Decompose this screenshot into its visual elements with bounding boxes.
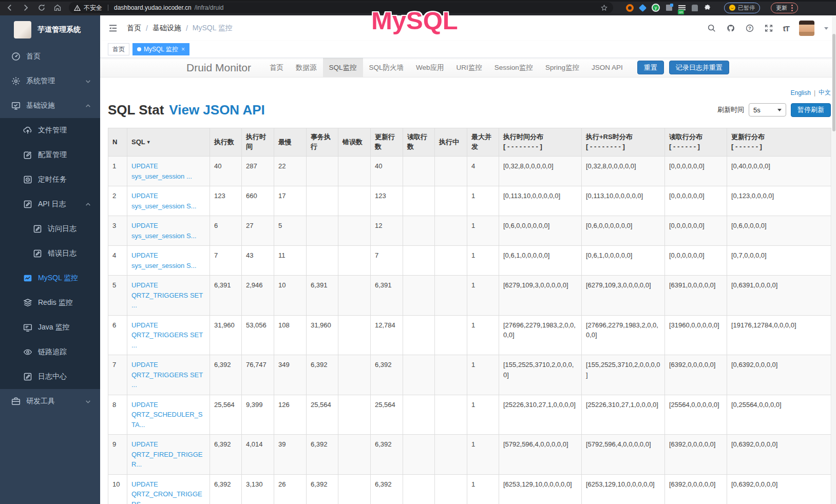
sidebar-logo-row[interactable]: 芋道管理系统 [0,15,100,44]
bookmark-star-icon[interactable] [600,4,608,12]
row-index: 10 [108,474,127,504]
column-header[interactable]: 执行时间分布[ - - - - - - - - ] [499,128,582,157]
help-icon[interactable]: ? [745,24,754,33]
sidebar-item-log-center[interactable]: 日志中心 [0,364,100,389]
column-header[interactable]: 执行+RS时分布[ - - - - - - - - ] [582,128,665,157]
log-and-reset-button[interactable]: 记录日志并重置 [669,61,729,74]
sidebar-collapse-icon[interactable] [108,23,118,33]
user-avatar[interactable] [799,21,814,36]
column-header[interactable]: 最大并发 [467,128,499,157]
column-header[interactable]: 执行中 [435,128,467,157]
druid-tab-首页[interactable]: 首页 [263,58,290,77]
back-icon[interactable] [5,3,14,12]
sql-link[interactable]: UPDATE sys_user_session S... [131,251,196,269]
column-header[interactable]: 错误数 [338,128,371,157]
stat-cell [435,435,467,475]
druid-tab-Web应用[interactable]: Web应用 [410,58,450,77]
stat-cell: 1 [467,395,499,435]
breadcrumb-infra[interactable]: 基础设施 [153,24,181,33]
pause-refresh-button[interactable]: 暂停刷新 [791,103,831,117]
column-header[interactable]: 最慢 [274,128,307,157]
lang-english-link[interactable]: English [791,89,811,96]
column-header[interactable]: 读取行数 [403,128,435,157]
sql-link[interactable]: UPDATE sys_user_session S... [131,222,196,240]
update-chip[interactable]: 更新 [771,3,798,13]
sql-link[interactable]: UPDATE QRTZ_TRIGGERS SET ... [131,361,203,389]
sidebar-item-access-log[interactable]: 访问日志 [0,217,100,241]
close-icon[interactable]: × [181,46,185,53]
druid-tab-URI监控[interactable]: URI监控 [450,58,488,77]
url-path[interactable]: /infra/druid [195,4,224,11]
sidebar-item-error-log[interactable]: 错误日志 [0,241,100,266]
druid-tab-JSON API[interactable]: JSON API [585,58,629,77]
sql-link[interactable]: UPDATE QRTZ_CRON_TRIGGERS... [131,480,202,504]
sidebar-item-job[interactable]: 定时任务 [0,167,100,192]
forward-icon[interactable] [21,3,30,12]
column-header[interactable]: SQL▼ [127,128,210,157]
sidebar-item-home[interactable]: 首页 [0,44,100,69]
fullscreen-icon[interactable] [764,24,773,33]
column-header[interactable]: 事务执行 [307,128,338,157]
gem-extension-icon[interactable] [639,4,647,12]
view-json-api-link[interactable]: View JSON API [169,102,264,118]
sidebar-item-api-log[interactable]: API 日志 [0,192,100,217]
search-icon[interactable] [707,24,716,33]
sql-link[interactable]: UPDATE QRTZ_TRIGGERS SET ... [131,281,203,309]
druid-tab-数据源[interactable]: 数据源 [290,58,323,77]
kebab-menu-icon[interactable] [791,5,793,11]
profile-paused-chip[interactable]: 已暂停 [724,3,760,13]
page-scrollbar[interactable] [832,15,836,504]
druid-tab-Spring监控[interactable]: Spring监控 [539,58,585,77]
stat-cell: 6,392 [210,355,242,395]
sidebar-item-system[interactable]: 系统管理 [0,69,100,93]
github-icon[interactable] [726,24,735,33]
lang-chinese-link[interactable]: 中文 [819,88,831,97]
column-header[interactable]: N [108,128,127,157]
breadcrumb-home[interactable]: 首页 [127,24,141,33]
druid-tab-SQL监控[interactable]: SQL监控 [323,58,363,77]
sidebar-item-infra[interactable]: 基础设施 [0,93,100,118]
druid-brand[interactable]: Druid Monitor [186,62,251,74]
squares-extension-icon[interactable] [666,5,672,11]
sidebar-item-redis[interactable]: Redis 监控 [0,290,100,315]
sidebar-item-trace[interactable]: 链路追踪 [0,340,100,364]
reset-button[interactable]: 重置 [637,61,664,74]
sidebar-item-config[interactable]: 配置管理 [0,143,100,167]
chevron-down-icon[interactable] [824,27,828,30]
column-header[interactable]: 执行时间 [242,128,274,157]
stat-cell [307,216,338,246]
orange-extension-icon[interactable] [626,4,634,12]
sidebar-item-file[interactable]: 文件管理 [0,118,100,143]
column-header[interactable]: 更新行分布[ - - - - - - ] [727,128,831,157]
puzzle-icon[interactable] [704,4,711,11]
url-host[interactable]: dashboard.yudao.iocoder.cn [114,4,192,11]
app-title: 芋道管理系统 [37,25,81,34]
sidebar-item-java[interactable]: Java 监控 [0,315,100,340]
refresh-interval-select[interactable]: 5s [749,103,786,117]
stat-cell: 43 [242,246,274,276]
druid-tab-Session监控[interactable]: Session监控 [488,58,539,77]
green-extension-icon[interactable]: y [652,4,660,12]
address-bar[interactable]: 不安全 dashboard.yudao.iocoder.cn/infra/dru… [69,2,613,13]
sidebar-item-mysql[interactable]: MySQL 监控 [0,266,100,290]
sidebar-item-dev-tools[interactable]: 研发工具 [0,389,100,414]
home-icon[interactable] [53,3,62,12]
row-index: 9 [108,435,127,475]
reload-icon[interactable] [37,3,46,12]
sql-link[interactable]: UPDATE QRTZ_SCHEDULER_STA... [131,401,202,429]
column-header[interactable]: 读取行分布[ - - - - - - ] [665,128,727,157]
column-header[interactable]: 执行数 [210,128,242,157]
sql-link[interactable]: UPDATE QRTZ_TRIGGERS SET ... [131,321,203,349]
scrollbar-thumb[interactable] [832,34,835,131]
tag-home[interactable]: 首页 [108,43,129,55]
sql-link[interactable]: UPDATE QRTZ_FIRED_TRIGGER... [131,440,202,468]
sql-link[interactable]: UPDATE sys_user_session ... [131,162,192,180]
sql-link[interactable]: UPDATE sys_user_session S... [131,192,196,210]
security-label[interactable]: 不安全 [84,4,102,12]
tag-mysql-monitor[interactable]: MySQL 监控 × [132,43,189,55]
gray-extension-icon[interactable] [692,5,698,11]
font-size-icon[interactable]: tT [783,24,789,33]
druid-tab-SQL防火墙[interactable]: SQL防火墙 [363,58,410,77]
column-header[interactable]: 更新行数 [371,128,403,157]
list-extension-icon[interactable]: on [678,5,686,10]
